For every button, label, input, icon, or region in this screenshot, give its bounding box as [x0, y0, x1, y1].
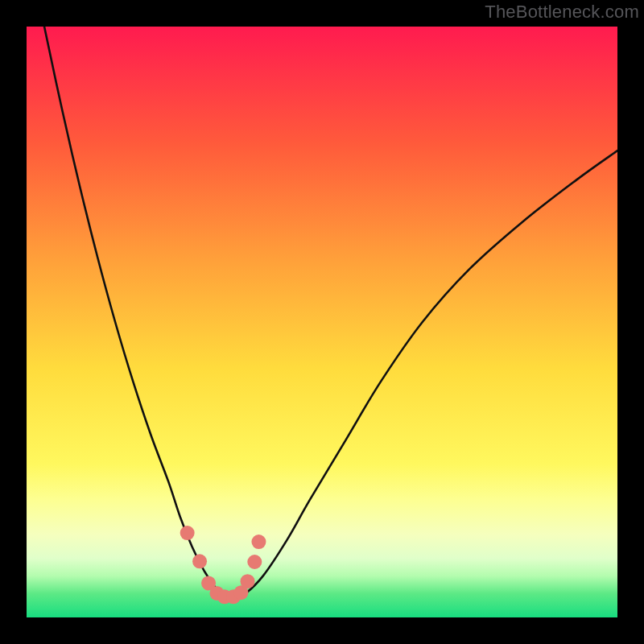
highlight-point	[251, 535, 266, 549]
highlight-point	[241, 574, 255, 588]
highlight-point	[247, 555, 262, 569]
highlight-point	[180, 526, 195, 540]
chart-svg	[27, 27, 617, 617]
plot-area	[27, 27, 617, 617]
watermark-text: TheBottleneck.com	[485, 2, 639, 23]
highlight-point	[192, 554, 207, 568]
chart-frame: TheBottleneck.com	[0, 0, 644, 644]
